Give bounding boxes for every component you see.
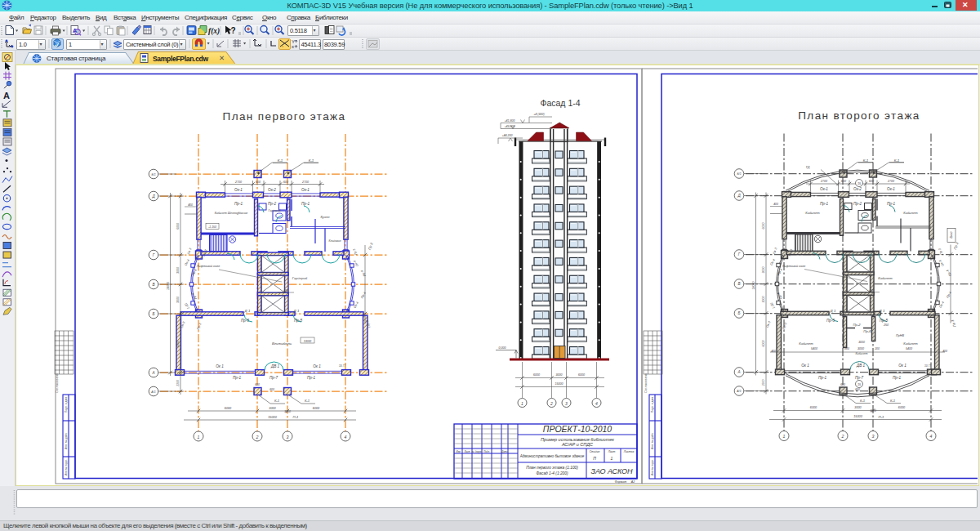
svg-text:Ок 1: Ок 1: [216, 364, 224, 368]
svg-text:600: 600: [255, 383, 260, 386]
svg-text:6000: 6000: [176, 223, 180, 230]
svg-text:Лифтовой холл: Лифтовой холл: [196, 265, 220, 268]
svg-text:Пр-4: Пр-4: [946, 291, 952, 298]
svg-text:Кабинет: Кабинет: [903, 211, 918, 215]
svg-text:+43,800: +43,800: [504, 125, 514, 128]
svg-text:А/1: А/1: [736, 390, 741, 393]
svg-text:3000: 3000: [854, 406, 862, 409]
svg-text:Пример использования библиотек: Пример использования библиотек: [541, 437, 614, 442]
svg-text:Пр 3: Пр 3: [950, 319, 956, 328]
svg-text:Инв № подл.: Инв № подл.: [651, 459, 654, 475]
svg-text:1: 1: [521, 401, 523, 406]
svg-text:П-1: П-1: [293, 415, 299, 419]
svg-text:3: 3: [872, 434, 875, 439]
svg-text:3000: 3000: [762, 267, 765, 274]
svg-text:ПрНВ: ПрНВ: [896, 334, 905, 337]
svg-text:Ок-1: Ок-1: [234, 188, 243, 192]
svg-text:3000: 3000: [284, 410, 291, 413]
svg-text:6000: 6000: [578, 373, 585, 377]
svg-text:15000: 15000: [555, 382, 564, 386]
svg-text:Изм: Изм: [456, 450, 460, 453]
svg-text:Пр-5: Пр-5: [294, 319, 302, 323]
svg-text:Кабинет: Кабинет: [805, 211, 820, 215]
svg-text:Лист: Лист: [608, 450, 616, 453]
svg-text:Инв. № дубл.: Инв. № дубл.: [651, 433, 654, 449]
svg-text:К-1: К-1: [894, 158, 900, 163]
svg-text:10000: 10000: [304, 340, 312, 343]
svg-text:Пр-1: Пр-1: [887, 202, 895, 206]
svg-text:2300: 2300: [176, 380, 180, 387]
svg-text:Y: Y: [292, 39, 295, 44]
svg-text:2: 2: [256, 435, 259, 440]
svg-text:6000: 6000: [225, 407, 232, 410]
svg-text:К-1: К-1: [278, 158, 283, 163]
svg-text:Б: Б: [153, 312, 155, 316]
svg-text:А: А: [151, 371, 154, 375]
svg-text:Пр-2: Пр-2: [268, 202, 276, 206]
svg-text:К-1: К-1: [309, 158, 314, 163]
svg-text:200: 200: [874, 347, 880, 350]
svg-text:15000: 15000: [268, 416, 277, 419]
svg-text:6000: 6000: [810, 406, 817, 409]
svg-text:Лифтовой холл: Лифтовой холл: [782, 265, 806, 268]
svg-text:Лист: Лист: [463, 450, 470, 453]
svg-text:6000: 6000: [762, 341, 765, 347]
svg-text:Кабинет Шеллоgłówная: Кабинет Шеллоgłówная: [215, 212, 248, 215]
svg-text:ПРОЕКТ-10-2010: ПРОЕКТ-10-2010: [543, 424, 612, 434]
svg-text:2: 2: [550, 401, 553, 406]
svg-text:6000: 6000: [176, 341, 180, 347]
svg-text:Ок-2: Ок-2: [853, 187, 862, 191]
svg-text:В: В: [737, 282, 740, 286]
svg-text:Стадия: Стадия: [590, 450, 600, 453]
svg-text:Согласовано: Согласовано: [55, 373, 59, 393]
svg-text:6000: 6000: [898, 406, 906, 409]
svg-text:Пр-1: Пр-1: [893, 376, 901, 380]
svg-text:Вестибюль: Вестибюль: [272, 341, 292, 346]
svg-text:3000: 3000: [858, 347, 864, 350]
svg-text:Д 1: Д 1: [879, 309, 885, 313]
svg-text:4: 4: [930, 434, 933, 439]
svg-text:Ок 1: Ок 1: [313, 364, 321, 368]
svg-text:10.77: 10.77: [339, 364, 345, 368]
svg-text:Подп.: Подп.: [483, 450, 490, 453]
svg-text:Ок-3: Ок-3: [766, 320, 772, 328]
svg-text:1: 1: [611, 456, 613, 461]
svg-text:№ докум.: № докум.: [472, 450, 483, 453]
svg-text:Пр-1: Пр-1: [234, 202, 243, 206]
svg-text:Дата: Дата: [501, 450, 508, 453]
svg-text:Б/1: Б/1: [151, 173, 155, 176]
svg-text:18000: 18000: [167, 282, 170, 290]
svg-text:Ок-1: Ок-1: [887, 187, 895, 191]
svg-text:В: В: [152, 283, 154, 287]
svg-text:x: x: [292, 44, 294, 49]
svg-text:К-1: К-1: [863, 158, 869, 163]
svg-text:Ок-1: Ок-1: [301, 188, 310, 192]
svg-text:5400: 5400: [906, 347, 912, 350]
svg-text:2700: 2700: [301, 181, 309, 184]
svg-text:Ок-1: Ок-1: [820, 187, 828, 191]
svg-text:Пр-4: Пр-4: [946, 269, 952, 276]
svg-text:Гардероб: Гардероб: [269, 209, 281, 212]
svg-text:18000: 18000: [752, 282, 755, 290]
svg-text:А2: А2: [630, 480, 635, 484]
svg-text:П: П: [593, 456, 596, 461]
svg-text:Пр-1: Пр-1: [307, 376, 315, 380]
svg-text:1: 1: [783, 434, 786, 439]
svg-text:Вход: Вход: [950, 231, 953, 238]
svg-text:4: 4: [595, 401, 598, 406]
svg-text:Формат: Формат: [615, 480, 626, 484]
svg-text:Кабинет: Кабинет: [799, 341, 813, 346]
svg-text:3000: 3000: [870, 409, 876, 413]
svg-text:Ок-4: Ок-4: [769, 258, 776, 266]
svg-text:К-1: К-1: [305, 399, 310, 403]
svg-text:600: 600: [256, 181, 261, 184]
svg-text:Кабинет: Кабинет: [903, 341, 918, 346]
svg-text:400: 400: [188, 203, 193, 207]
svg-text:4: 4: [345, 435, 347, 440]
svg-text:Ок 1: Ок 1: [801, 364, 809, 368]
svg-text:400: 400: [773, 203, 778, 206]
svg-text:Ок-2: Ок-2: [268, 188, 276, 192]
svg-text:Ок 3: Ок 3: [773, 247, 778, 255]
svg-text:+4 (300): +4 (300): [533, 113, 545, 116]
svg-text:2700: 2700: [820, 180, 827, 183]
